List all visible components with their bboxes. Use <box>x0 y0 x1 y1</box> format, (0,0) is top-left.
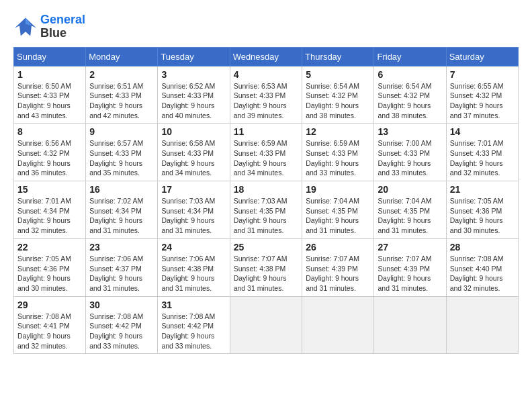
logo-text: General Blue <box>40 13 85 40</box>
day-info: Sunrise: 7:06 AM Sunset: 4:38 PM Dayligh… <box>161 254 226 293</box>
day-info: Sunrise: 7:05 AM Sunset: 4:36 PM Dayligh… <box>450 196 515 236</box>
day-info: Sunrise: 7:03 AM Sunset: 4:34 PM Dayligh… <box>161 196 226 236</box>
day-info: Sunrise: 6:54 AM Sunset: 4:32 PM Dayligh… <box>378 81 442 121</box>
day-info: Sunrise: 7:06 AM Sunset: 4:37 PM Dayligh… <box>89 254 154 293</box>
day-cell-10: 10 Sunrise: 6:58 AM Sunset: 4:33 PM Dayl… <box>158 124 230 181</box>
day-cell-8: 8 Sunrise: 6:56 AM Sunset: 4:32 PM Dayli… <box>14 124 86 181</box>
day-cell-3: 3 Sunrise: 6:52 AM Sunset: 4:33 PM Dayli… <box>158 66 230 124</box>
day-number: 6 <box>378 69 442 80</box>
day-cell-25: 25 Sunrise: 7:07 AM Sunset: 4:38 PM Dayl… <box>230 238 302 296</box>
weekday-header-tuesday: Tuesday <box>158 47 230 66</box>
day-info: Sunrise: 7:04 AM Sunset: 4:35 PM Dayligh… <box>306 196 370 236</box>
day-number: 28 <box>450 242 515 253</box>
day-cell-2: 2 Sunrise: 6:51 AM Sunset: 4:33 PM Dayli… <box>86 66 158 124</box>
day-cell-16: 16 Sunrise: 7:02 AM Sunset: 4:34 PM Dayl… <box>86 181 158 239</box>
weekday-header-sunday: Sunday <box>14 47 86 66</box>
day-number: 31 <box>161 300 226 310</box>
day-number: 30 <box>89 300 154 310</box>
day-cell-26: 26 Sunrise: 7:07 AM Sunset: 4:39 PM Dayl… <box>302 238 374 296</box>
day-info: Sunrise: 6:59 AM Sunset: 4:33 PM Dayligh… <box>306 138 370 178</box>
day-number: 8 <box>17 126 82 137</box>
day-cell-15: 15 Sunrise: 7:01 AM Sunset: 4:34 PM Dayl… <box>14 181 86 239</box>
day-info: Sunrise: 7:08 AM Sunset: 4:42 PM Dayligh… <box>161 312 226 351</box>
day-cell-18: 18 Sunrise: 7:03 AM Sunset: 4:35 PM Dayl… <box>230 181 302 239</box>
day-cell-23: 23 Sunrise: 7:06 AM Sunset: 4:37 PM Dayl… <box>86 238 158 296</box>
day-number: 17 <box>161 184 226 195</box>
day-cell-22: 22 Sunrise: 7:05 AM Sunset: 4:36 PM Dayl… <box>14 238 86 296</box>
day-info: Sunrise: 6:58 AM Sunset: 4:33 PM Dayligh… <box>161 138 226 178</box>
day-number: 18 <box>234 184 299 195</box>
day-info: Sunrise: 6:53 AM Sunset: 4:33 PM Dayligh… <box>234 81 299 121</box>
day-cell-1: 1 Sunrise: 6:50 AM Sunset: 4:33 PM Dayli… <box>14 66 86 124</box>
day-number: 25 <box>234 242 299 253</box>
day-info: Sunrise: 7:07 AM Sunset: 4:39 PM Dayligh… <box>306 254 370 293</box>
weekday-header-thursday: Thursday <box>302 47 374 66</box>
day-info: Sunrise: 6:59 AM Sunset: 4:33 PM Dayligh… <box>234 138 299 178</box>
page-header: General Blue <box>13 13 519 40</box>
day-info: Sunrise: 7:08 AM Sunset: 4:40 PM Dayligh… <box>450 254 515 293</box>
day-number: 1 <box>17 69 82 80</box>
empty-cell <box>302 296 374 354</box>
day-number: 7 <box>450 69 515 80</box>
day-number: 10 <box>161 126 226 137</box>
day-number: 13 <box>378 126 442 137</box>
calendar-table: SundayMondayTuesdayWednesdayThursdayFrid… <box>13 47 519 355</box>
day-cell-24: 24 Sunrise: 7:06 AM Sunset: 4:38 PM Dayl… <box>158 238 230 296</box>
day-info: Sunrise: 6:55 AM Sunset: 4:32 PM Dayligh… <box>450 81 515 121</box>
day-number: 26 <box>306 242 370 253</box>
day-number: 27 <box>378 242 442 253</box>
day-info: Sunrise: 6:51 AM Sunset: 4:33 PM Dayligh… <box>89 81 154 121</box>
day-cell-13: 13 Sunrise: 7:00 AM Sunset: 4:33 PM Dayl… <box>374 124 446 181</box>
day-number: 14 <box>450 126 515 137</box>
day-cell-19: 19 Sunrise: 7:04 AM Sunset: 4:35 PM Dayl… <box>302 181 374 239</box>
day-info: Sunrise: 7:08 AM Sunset: 4:41 PM Dayligh… <box>17 312 82 351</box>
day-number: 29 <box>17 300 82 310</box>
day-number: 11 <box>234 126 299 137</box>
weekday-header-saturday: Saturday <box>446 47 518 66</box>
day-info: Sunrise: 7:01 AM Sunset: 4:33 PM Dayligh… <box>450 138 515 178</box>
day-info: Sunrise: 7:04 AM Sunset: 4:35 PM Dayligh… <box>378 196 442 236</box>
day-number: 23 <box>89 242 154 253</box>
day-info: Sunrise: 7:07 AM Sunset: 4:38 PM Dayligh… <box>234 254 299 293</box>
day-number: 16 <box>89 184 154 195</box>
day-cell-17: 17 Sunrise: 7:03 AM Sunset: 4:34 PM Dayl… <box>158 181 230 239</box>
empty-cell <box>374 296 446 354</box>
day-cell-6: 6 Sunrise: 6:54 AM Sunset: 4:32 PM Dayli… <box>374 66 446 124</box>
day-info: Sunrise: 7:07 AM Sunset: 4:39 PM Dayligh… <box>378 254 442 293</box>
day-cell-7: 7 Sunrise: 6:55 AM Sunset: 4:32 PM Dayli… <box>446 66 518 124</box>
day-number: 20 <box>378 184 442 195</box>
day-info: Sunrise: 7:03 AM Sunset: 4:35 PM Dayligh… <box>234 196 299 236</box>
day-info: Sunrise: 6:50 AM Sunset: 4:33 PM Dayligh… <box>17 81 82 121</box>
empty-cell <box>446 296 518 354</box>
day-number: 22 <box>17 242 82 253</box>
day-number: 2 <box>89 69 154 80</box>
day-number: 21 <box>450 184 515 195</box>
day-cell-28: 28 Sunrise: 7:08 AM Sunset: 4:40 PM Dayl… <box>446 238 518 296</box>
day-number: 24 <box>161 242 226 253</box>
weekday-header-monday: Monday <box>86 47 158 66</box>
day-cell-5: 5 Sunrise: 6:54 AM Sunset: 4:32 PM Dayli… <box>302 66 374 124</box>
day-number: 3 <box>161 69 226 80</box>
day-cell-12: 12 Sunrise: 6:59 AM Sunset: 4:33 PM Dayl… <box>302 124 374 181</box>
day-info: Sunrise: 6:57 AM Sunset: 4:33 PM Dayligh… <box>89 138 154 178</box>
day-number: 12 <box>306 126 370 137</box>
day-cell-27: 27 Sunrise: 7:07 AM Sunset: 4:39 PM Dayl… <box>374 238 446 296</box>
weekday-header-wednesday: Wednesday <box>230 47 302 66</box>
empty-cell <box>230 296 302 354</box>
day-info: Sunrise: 7:02 AM Sunset: 4:34 PM Dayligh… <box>89 196 154 236</box>
day-cell-14: 14 Sunrise: 7:01 AM Sunset: 4:33 PM Dayl… <box>446 124 518 181</box>
day-cell-11: 11 Sunrise: 6:59 AM Sunset: 4:33 PM Dayl… <box>230 124 302 181</box>
day-info: Sunrise: 6:54 AM Sunset: 4:32 PM Dayligh… <box>306 81 370 121</box>
day-cell-21: 21 Sunrise: 7:05 AM Sunset: 4:36 PM Dayl… <box>446 181 518 239</box>
day-cell-9: 9 Sunrise: 6:57 AM Sunset: 4:33 PM Dayli… <box>86 124 158 181</box>
logo-icon <box>13 15 38 39</box>
logo: General Blue <box>13 13 85 40</box>
day-number: 15 <box>17 184 82 195</box>
day-number: 4 <box>234 69 299 80</box>
day-info: Sunrise: 7:00 AM Sunset: 4:33 PM Dayligh… <box>378 138 442 178</box>
day-info: Sunrise: 7:05 AM Sunset: 4:36 PM Dayligh… <box>17 254 82 293</box>
day-info: Sunrise: 6:56 AM Sunset: 4:32 PM Dayligh… <box>17 138 82 178</box>
day-cell-29: 29 Sunrise: 7:08 AM Sunset: 4:41 PM Dayl… <box>14 296 86 354</box>
day-info: Sunrise: 7:01 AM Sunset: 4:34 PM Dayligh… <box>17 196 82 236</box>
day-info: Sunrise: 7:08 AM Sunset: 4:42 PM Dayligh… <box>89 312 154 351</box>
